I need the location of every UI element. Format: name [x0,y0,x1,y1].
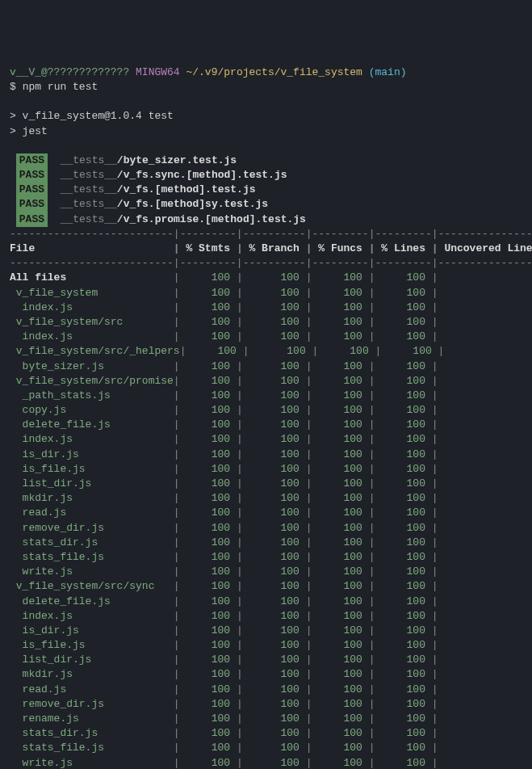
coverage-stmts: 100 [180,742,237,754]
coverage-funcs: 100 [312,418,369,431]
coverage-file: v_file_system/src/promise [10,375,174,387]
coverage-lines: 100 [375,506,432,519]
coverage-divider: --------------------------|---------|---… [10,257,532,269]
coverage-row: _path_stats.js | 100 | 100 | 100 | 100 | [10,389,438,401]
prompt-shell: MINGW64 [136,66,180,78]
coverage-file: index.js [10,610,174,622]
coverage-branch: 100 [243,639,306,651]
coverage-file: v_file_system/src/sync [10,580,174,592]
coverage-file: index.js [10,433,174,445]
coverage-lines: 100 [375,653,432,666]
coverage-stmts: 100 [180,610,237,622]
coverage-stmts: 100 [180,389,237,401]
coverage-stmts: 100 [180,463,237,475]
coverage-branch: 100 [243,522,306,534]
coverage-stmts: 100 [180,404,237,416]
coverage-row: write.js | 100 | 100 | 100 | 100 | [10,757,438,769]
coverage-row: v_file_system/src/sync | 100 | 100 | 100… [10,580,438,592]
coverage-file: stats_file.js [10,551,174,563]
coverage-funcs: 100 [312,565,369,578]
coverage-lines: 100 [375,565,432,578]
coverage-header: File | % Stmts | % Branch | % Funcs | % … [10,242,532,254]
coverage-row: is_dir.js | 100 | 100 | 100 | 100 | [10,448,438,460]
coverage-stmts: 100 [180,522,237,534]
coverage-row: remove_dir.js | 100 | 100 | 100 | 100 | [10,522,438,534]
coverage-lines: 100 [375,316,432,328]
coverage-funcs: 100 [312,595,369,607]
coverage-branch: 100 [243,477,306,490]
coverage-funcs: 100 [312,551,369,563]
coverage-branch: 100 [243,536,306,548]
coverage-branch: 100 [243,463,306,475]
coverage-funcs: 100 [312,301,369,313]
test-file-name: /byte_sizer.test.js [117,154,237,166]
prompt-user: v__V_@????????????? [10,66,129,78]
coverage-branch: 100 [243,271,306,284]
test-file-name: /v_fs.[method].test.js [117,183,256,195]
coverage-row: v_file_system/src | 100 | 100 | 100 | 10… [10,316,438,328]
test-file-name: /v_fs.sync.[method].test.js [117,169,287,181]
coverage-lines: 100 [375,404,432,416]
coverage-row: read.js | 100 | 100 | 100 | 100 | [10,683,438,695]
coverage-branch: 100 [243,404,306,416]
coverage-funcs: 100 [312,653,369,666]
coverage-funcs: 100 [312,580,369,592]
coverage-funcs: 100 [312,610,369,622]
coverage-lines: 100 [375,757,432,769]
coverage-funcs: 100 [312,742,369,754]
coverage-lines: 100 [375,522,432,534]
coverage-lines: 100 [375,287,432,299]
prompt-dollar: $ [10,81,16,93]
pass-badge: PASS [16,212,48,227]
pass-badge: PASS [16,168,48,183]
command-input[interactable]: npm run test [23,81,98,93]
coverage-branch: 100 [243,624,306,637]
coverage-file: All files [10,271,174,284]
coverage-stmts: 100 [180,477,237,490]
coverage-branch: 100 [243,712,306,725]
coverage-stmts: 100 [180,580,237,592]
coverage-lines: 100 [375,271,432,284]
pass-badge: PASS [16,153,48,168]
coverage-lines: 100 [375,639,432,651]
coverage-stmts: 100 [180,757,237,769]
coverage-funcs: 100 [312,727,369,739]
coverage-row: index.js | 100 | 100 | 100 | 100 | [10,330,438,342]
coverage-stmts: 100 [180,492,237,504]
coverage-branch: 100 [243,698,306,710]
coverage-lines: 100 [375,668,432,680]
coverage-funcs: 100 [312,375,369,387]
coverage-stmts: 100 [180,287,237,299]
coverage-file: write.js [10,757,174,769]
coverage-branch: 100 [249,345,312,357]
coverage-lines: 100 [375,330,432,342]
coverage-branch: 100 [243,580,306,592]
test-file-prefix: __tests__ [61,213,117,225]
coverage-branch: 100 [243,551,306,563]
coverage-file: delete_file.js [10,595,174,607]
coverage-stmts: 100 [180,301,237,313]
coverage-funcs: 100 [312,683,369,695]
coverage-branch: 100 [243,287,306,299]
coverage-funcs: 100 [318,345,375,357]
coverage-row: mkdir.js | 100 | 100 | 100 | 100 | [10,668,438,680]
coverage-row: stats_file.js | 100 | 100 | 100 | 100 | [10,551,438,563]
coverage-funcs: 100 [312,271,369,284]
coverage-branch: 100 [243,330,306,342]
coverage-row: is_file.js | 100 | 100 | 100 | 100 | [10,639,438,651]
coverage-branch: 100 [243,506,306,519]
coverage-stmts: 100 [180,536,237,548]
coverage-branch: 100 [243,316,306,328]
coverage-row: delete_file.js | 100 | 100 | 100 | 100 | [10,418,438,431]
coverage-file: delete_file.js [10,418,174,431]
coverage-row: index.js | 100 | 100 | 100 | 100 | [10,301,438,313]
coverage-lines: 100 [375,463,432,475]
coverage-stmts: 100 [180,375,237,387]
coverage-lines: 100 [375,301,432,313]
test-file-prefix: __tests__ [61,169,117,181]
npm-script-line: > v_file_system@1.0.4 test [10,110,174,122]
coverage-funcs: 100 [312,389,369,401]
coverage-funcs: 100 [312,316,369,328]
coverage-lines: 100 [375,477,432,490]
coverage-stmts: 100 [180,698,237,710]
